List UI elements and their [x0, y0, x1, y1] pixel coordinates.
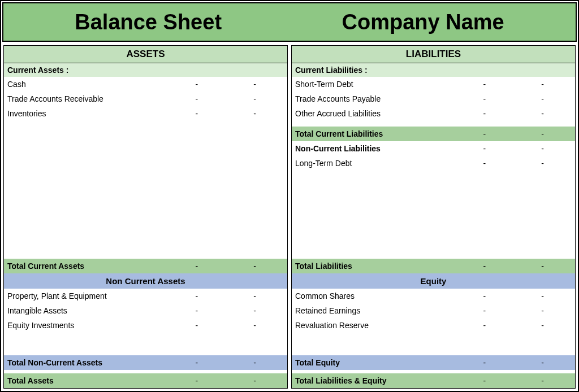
current-liabilities-label: Current Liabilities : — [292, 63, 575, 77]
line-value-1[interactable]: - — [456, 306, 514, 315]
line-value-2[interactable]: - — [513, 306, 572, 315]
total-value-2: - — [226, 358, 284, 367]
line-value-2: - — [513, 144, 572, 153]
total-value-2: - — [226, 262, 284, 271]
total-value-2: - — [513, 358, 572, 367]
line-value-1[interactable]: - — [168, 306, 226, 315]
line-value-2[interactable]: - — [226, 321, 284, 330]
total-value-2: - — [513, 129, 572, 138]
total-label: Total Liabilities & Equity — [295, 376, 456, 385]
line-short-term-debt[interactable]: Short-Term Debt - - — [292, 77, 575, 92]
liabilities-header: LIABILITIES — [292, 46, 575, 63]
total-current-liabilities: Total Current Liabilities - - — [292, 127, 575, 141]
total-equity: Total Equity - - — [292, 355, 575, 370]
line-label: Intangible Assets — [7, 306, 168, 315]
current-assets-label: Current Assets : — [4, 63, 287, 77]
line-value-2[interactable]: - — [513, 80, 572, 89]
line-value-1[interactable]: - — [456, 94, 514, 103]
line-value-2[interactable]: - — [226, 306, 284, 315]
total-value-2: - — [513, 262, 572, 271]
line-value-1[interactable]: - — [456, 159, 514, 168]
line-value-2[interactable]: - — [226, 109, 284, 118]
line-value-1[interactable]: - — [168, 94, 226, 103]
line-revaluation-reserve[interactable]: Revaluation Reserve - - — [292, 318, 575, 333]
line-retained-earnings[interactable]: Retained Earnings - - — [292, 303, 575, 318]
title-right: Company Name — [342, 10, 504, 34]
line-value-1[interactable]: - — [168, 109, 226, 118]
line-value-2[interactable]: - — [226, 94, 284, 103]
total-value-2: - — [226, 376, 284, 385]
total-label: Total Liabilities — [295, 262, 456, 271]
line-label: Retained Earnings — [295, 306, 456, 315]
line-label: Equity Investments — [7, 321, 168, 330]
total-label: Total Assets — [7, 376, 168, 385]
line-label: Non-Current Liabilities — [295, 144, 456, 153]
line-label: Property, Plant & Equipment — [7, 291, 168, 300]
total-value-1: - — [456, 376, 514, 385]
line-payable[interactable]: Trade Accounts Payable - - — [292, 92, 575, 106]
total-noncurrent-assets: Total Non-Current Assets - - — [4, 355, 287, 370]
line-value-2[interactable]: - — [513, 321, 572, 330]
assets-header: ASSETS — [4, 46, 287, 63]
total-assets: Total Assets - - — [4, 373, 287, 388]
line-value-1[interactable]: - — [456, 291, 514, 300]
line-intangible[interactable]: Intangible Assets - - — [4, 303, 287, 318]
line-cash[interactable]: Cash - - — [4, 77, 287, 92]
line-value-2[interactable]: - — [513, 159, 572, 168]
line-label: Short-Term Debt — [295, 80, 456, 89]
total-label: Total Current Liabilities — [295, 129, 456, 138]
liabilities-column: LIABILITIES Current Liabilities : Short-… — [291, 45, 576, 389]
total-value-2: - — [513, 376, 572, 385]
total-value-1: - — [456, 358, 514, 367]
total-value-1: - — [456, 129, 514, 138]
line-value-2[interactable]: - — [513, 94, 572, 103]
total-liabilities-equity: Total Liabilities & Equity - - — [292, 373, 575, 388]
noncurrent-liabilities-label: Non-Current Liabilities - - — [292, 141, 575, 156]
line-label: Revaluation Reserve — [295, 321, 456, 330]
line-label: Cash — [7, 80, 168, 89]
line-label: Inventories — [7, 109, 168, 118]
total-label: Total Equity — [295, 358, 456, 367]
line-label: Common Shares — [295, 291, 456, 300]
line-value-2[interactable]: - — [513, 109, 572, 118]
line-value-1[interactable]: - — [456, 321, 514, 330]
line-value-1: - — [456, 144, 514, 153]
line-value-1[interactable]: - — [168, 291, 226, 300]
sheet-header: Balance Sheet Company Name — [2, 2, 577, 42]
line-value-1[interactable]: - — [168, 80, 226, 89]
line-value-2[interactable]: - — [226, 80, 284, 89]
total-label: Total Non-Current Assets — [7, 358, 168, 367]
line-equity-investments[interactable]: Equity Investments - - — [4, 318, 287, 333]
line-value-1[interactable]: - — [168, 321, 226, 330]
total-label: Total Current Assets — [7, 262, 168, 271]
title-left: Balance Sheet — [75, 10, 222, 34]
line-receivable[interactable]: Trade Accounts Receivable - - — [4, 92, 287, 106]
total-liabilities: Total Liabilities - - — [292, 259, 575, 273]
line-label: Trade Accounts Receivable — [7, 94, 168, 103]
line-value-2[interactable]: - — [513, 291, 572, 300]
line-label: Trade Accounts Payable — [295, 94, 456, 103]
total-value-1: - — [168, 358, 226, 367]
total-current-assets: Total Current Assets - - — [4, 259, 287, 273]
line-label: Long-Term Debt — [295, 159, 456, 168]
line-value-1[interactable]: - — [456, 80, 514, 89]
total-value-1: - — [456, 262, 514, 271]
total-value-1: - — [168, 262, 226, 271]
line-inventories[interactable]: Inventories - - — [4, 106, 287, 121]
line-label: Other Accrued Liabilities — [295, 109, 456, 118]
sheet-content: ASSETS Current Assets : Cash - - Trade A… — [1, 43, 578, 391]
equity-header: Equity — [292, 273, 575, 289]
line-long-term-debt[interactable]: Long-Term Debt - - — [292, 156, 575, 171]
line-value-2[interactable]: - — [226, 291, 284, 300]
line-accrued[interactable]: Other Accrued Liabilities - - — [292, 106, 575, 121]
line-ppe[interactable]: Property, Plant & Equipment - - — [4, 289, 287, 303]
total-value-1: - — [168, 376, 226, 385]
noncurrent-assets-header: Non Current Assets — [4, 273, 287, 289]
line-value-1[interactable]: - — [456, 109, 514, 118]
assets-column: ASSETS Current Assets : Cash - - Trade A… — [3, 45, 288, 389]
line-common-shares[interactable]: Common Shares - - — [292, 289, 575, 303]
